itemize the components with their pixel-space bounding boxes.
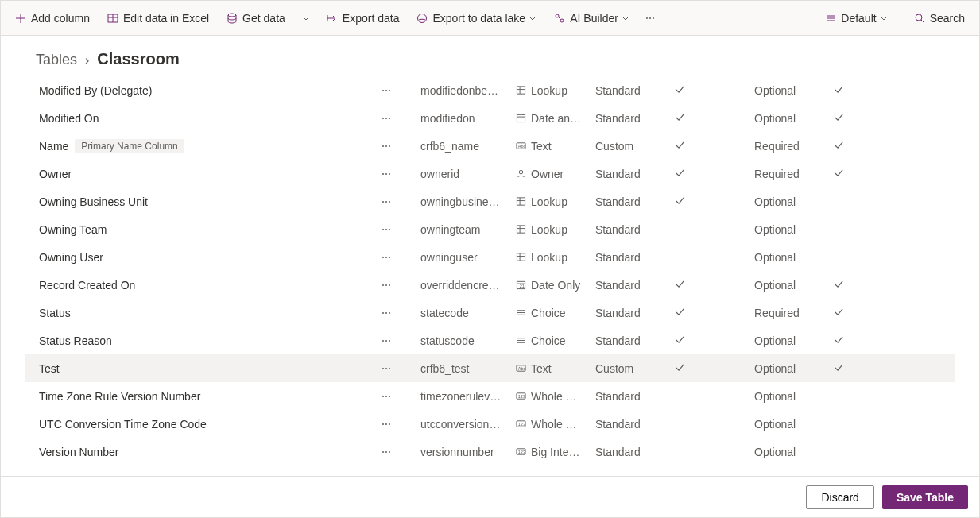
column-kind: Standard [595,251,675,264]
svg-line-11 [559,17,561,19]
data-type-icon: Abc [516,141,526,151]
row-more-button[interactable] [381,168,392,180]
table-row[interactable]: Test crfb6_test Abc Text Custom Optional [25,354,955,382]
svg-point-94 [385,451,387,453]
svg-point-35 [389,145,390,147]
check-icon [675,362,685,375]
get-data-button[interactable]: Get data [219,6,293,31]
table-row[interactable]: Owning Business Unit owningbusine… Looku… [25,187,955,215]
column-display-name: Name [39,140,68,153]
add-column-button[interactable]: Add column [7,6,98,31]
check-icon [834,279,844,292]
data-type-label: Text [531,362,552,375]
column-logical-name: utcconversion… [420,418,516,431]
check-icon [675,140,685,153]
data-type-label: Big Inte… [531,446,579,458]
row-more-button[interactable] [381,307,392,319]
row-more-button[interactable] [381,252,392,263]
column-kind: Standard [595,279,675,292]
svg-point-60 [382,284,384,286]
svg-point-83 [382,396,384,397]
data-type-icon: Abc [516,363,526,373]
save-table-button[interactable]: Save Table [882,485,968,509]
svg-point-39 [385,173,387,175]
data-type-icon [516,252,526,262]
add-column-label: Add column [31,12,90,25]
svg-point-67 [385,312,387,314]
svg-point-49 [385,229,387,230]
row-more-button[interactable] [381,391,392,402]
check-icon [675,168,685,180]
column-display-name: Status Reason [39,334,112,347]
svg-point-66 [382,312,384,314]
row-more-button[interactable] [381,196,392,207]
svg-point-12 [646,17,648,19]
column-logical-name: statecode [420,307,516,319]
breadcrumb-root[interactable]: Tables [36,52,77,68]
column-logical-name: timezonerulev… [420,390,516,403]
ai-builder-button[interactable]: AI Builder [546,6,637,31]
svg-point-34 [385,145,387,147]
column-requirement: Optional [754,195,834,208]
chevron-down-icon [622,12,629,25]
column-kind: Custom [595,140,675,153]
page-title: Classroom [97,50,179,68]
svg-text:123: 123 [518,450,525,454]
export-data-button[interactable]: Export data [319,6,408,31]
table-row[interactable]: Owner ownerid Owner Standard Required [25,160,955,187]
svg-point-21 [385,90,387,91]
table-row[interactable]: Modified By (Delegate) modifiedonbe… Loo… [25,76,955,104]
row-more-button[interactable] [381,113,392,124]
data-type-icon [516,196,526,207]
table-row[interactable]: Time Zone Rule Version Number timezoneru… [25,382,955,410]
svg-point-62 [389,284,390,286]
view-selector-button[interactable]: Default [817,6,895,31]
data-type-label: Date an… [531,112,581,125]
overflow-button[interactable] [639,6,661,31]
column-requirement: Required [754,140,834,153]
svg-point-73 [385,340,387,342]
export-icon [327,13,338,24]
edit-in-excel-button[interactable]: Edit data in Excel [99,6,217,31]
column-display-name: Record Created On [39,279,135,292]
svg-text:123: 123 [518,422,525,427]
row-more-button[interactable] [381,419,392,430]
row-more-button[interactable] [381,224,392,235]
row-more-button[interactable] [381,446,392,458]
svg-point-13 [649,17,651,19]
svg-point-80 [389,368,390,369]
primary-name-badge: Primary Name Column [75,139,184,153]
columns-table[interactable]: Modified By (Delegate) modifiedonbe… Loo… [1,76,979,476]
column-logical-name: versionnumber [420,446,516,458]
check-icon [675,84,685,97]
row-more-button[interactable] [381,141,392,152]
svg-point-9 [556,14,559,17]
table-row[interactable]: Name Primary Name Column crfb6_name Abc … [25,132,955,160]
column-requirement: Optional [754,362,834,375]
data-lake-icon [416,13,428,24]
svg-point-95 [389,451,390,453]
search-button[interactable]: Search [906,6,973,31]
row-more-button[interactable] [381,335,392,346]
table-row[interactable]: UTC Conversion Time Zone Code utcconvers… [25,410,955,438]
column-display-name: Modified On [39,112,99,125]
column-kind: Standard [595,84,675,97]
row-more-button[interactable] [381,280,392,291]
discard-button[interactable]: Discard [806,485,873,509]
footer-bar: Discard Save Table [1,476,979,517]
column-display-name: UTC Conversion Time Zone Code [39,418,207,431]
data-type-icon: 123 [516,391,526,401]
get-data-chevron[interactable] [295,6,317,31]
table-row[interactable]: Version Number versionnumber 123 Big Int… [25,438,955,466]
svg-point-78 [382,368,384,369]
table-row[interactable]: Modified On modifiedon Date an… Standard… [25,104,955,132]
table-row[interactable]: Owning User owninguser Lookup Standard O… [25,243,955,271]
table-row[interactable]: Status Reason statuscode Choice Standard… [25,327,955,354]
export-to-data-lake-button[interactable]: Export to data lake [409,6,544,31]
svg-point-26 [382,118,384,119]
row-more-button[interactable] [381,363,392,374]
table-row[interactable]: Record Created On overriddencre… 21 Date… [25,271,955,299]
table-row[interactable]: Owning Team owningteam Lookup Standard O… [25,215,955,243]
row-more-button[interactable] [381,85,392,96]
table-row[interactable]: Status statecode Choice Standard Require… [25,299,955,327]
